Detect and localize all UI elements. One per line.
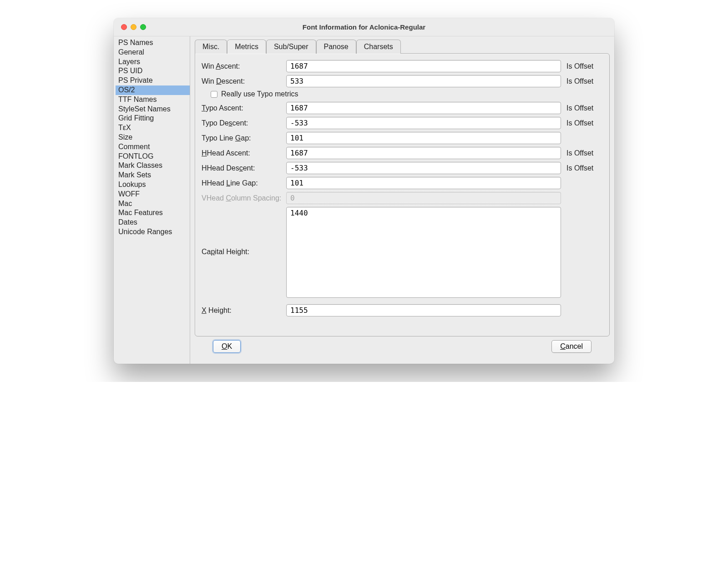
tab-charsets[interactable]: Charsets xyxy=(356,40,401,54)
is-offset-label[interactable]: Is Offset xyxy=(564,104,603,112)
sidebar-item-t-x[interactable]: TεX xyxy=(116,123,190,133)
vhead-column-spacing-label: VHead Column Spacing: xyxy=(202,194,283,202)
minimize-icon[interactable] xyxy=(131,24,136,30)
typo-descent-label: Typo Descent: xyxy=(202,119,283,127)
sidebar-item-styleset-names[interactable]: StyleSet Names xyxy=(116,105,190,114)
tab-panose[interactable]: Panose xyxy=(316,40,356,54)
dialog-footer: OK Cancel xyxy=(195,336,610,359)
sidebar-item-mac[interactable]: Mac xyxy=(116,199,190,209)
hhead-line-gap-label: HHead Line Gap: xyxy=(202,179,283,187)
capital-height-label: Capital Height: xyxy=(202,207,283,256)
sidebar-item-dates[interactable]: Dates xyxy=(116,218,190,227)
window-controls xyxy=(114,24,146,30)
ok-button[interactable]: OK xyxy=(213,340,241,353)
sidebar-item-layers[interactable]: Layers xyxy=(116,57,190,67)
close-icon[interactable] xyxy=(121,24,127,30)
checkbox-icon[interactable] xyxy=(211,91,217,98)
ok-button-text: K xyxy=(227,342,232,350)
hhead-ascent-input[interactable] xyxy=(286,147,561,159)
sidebar-item-fontlog[interactable]: FONTLOG xyxy=(116,152,190,161)
sidebar-item-mark-classes[interactable]: Mark Classes xyxy=(116,161,190,171)
sidebar-item-ps-uid[interactable]: PS UID xyxy=(116,66,190,76)
win-descent-label: Win Descent: xyxy=(202,77,283,85)
sidebar-item-comment[interactable]: Comment xyxy=(116,142,190,152)
typo-line-gap-input[interactable] xyxy=(286,132,561,144)
typo-line-gap-label: Typo Line Gap: xyxy=(202,134,283,142)
tab-metrics[interactable]: Metrics xyxy=(227,40,266,54)
sidebar-item-unicode-ranges[interactable]: Unicode Ranges xyxy=(116,227,190,237)
typo-ascent-input[interactable] xyxy=(286,102,561,114)
sidebar-item-mark-sets[interactable]: Mark Sets xyxy=(116,171,190,180)
is-offset-label[interactable]: Is Offset xyxy=(564,149,603,157)
sidebar-item-general[interactable]: General xyxy=(116,48,190,57)
sidebar-item-os-2[interactable]: OS/2 xyxy=(116,85,190,95)
cancel-button[interactable]: Cancel xyxy=(551,340,592,353)
capital-height-input[interactable] xyxy=(286,207,561,298)
window-title: Font Information for Aclonica-Regular xyxy=(114,23,614,31)
sidebar-item-lookups[interactable]: Lookups xyxy=(116,180,190,190)
sidebar-item-woff[interactable]: WOFF xyxy=(116,190,190,199)
sidebar-item-ps-private[interactable]: PS Private xyxy=(116,76,190,85)
win-descent-input[interactable] xyxy=(286,75,561,87)
really-use-typo-checkbox[interactable]: Really use Typo metrics xyxy=(211,90,603,98)
typo-descent-input[interactable] xyxy=(286,117,561,129)
sidebar-item-ps-names[interactable]: PS Names xyxy=(116,38,190,48)
really-use-typo-label: Really use Typo metrics xyxy=(221,90,298,98)
x-height-input[interactable] xyxy=(286,304,561,316)
win-ascent-input[interactable] xyxy=(286,60,561,72)
sidebar: PS NamesGeneralLayersPS UIDPS PrivateOS/… xyxy=(114,36,190,364)
main-panel: Misc.MetricsSub/SuperPanoseCharsets Win … xyxy=(190,36,614,364)
sidebar-item-size[interactable]: Size xyxy=(116,133,190,142)
tab-sub-super[interactable]: Sub/Super xyxy=(266,40,316,54)
cancel-button-text: ancel xyxy=(566,342,583,350)
is-offset-label[interactable]: Is Offset xyxy=(564,164,603,172)
zoom-icon[interactable] xyxy=(140,24,146,30)
hhead-descent-label: HHead Descent: xyxy=(202,164,283,172)
tab-bar: Misc.MetricsSub/SuperPanoseCharsets xyxy=(195,39,610,53)
sidebar-item-grid-fitting[interactable]: Grid Fitting xyxy=(116,114,190,123)
is-offset-label[interactable]: Is Offset xyxy=(564,62,603,70)
tab-misc-[interactable]: Misc. xyxy=(195,40,227,54)
vhead-column-spacing-input xyxy=(286,192,561,204)
hhead-line-gap-input[interactable] xyxy=(286,177,561,189)
sidebar-item-mac-features[interactable]: Mac Features xyxy=(116,208,190,218)
x-height-label: X Height: xyxy=(202,306,283,315)
metrics-panel: Win Ascent: Is Offset Win Descent: Is Of… xyxy=(195,53,610,336)
is-offset-label[interactable]: Is Offset xyxy=(564,119,603,127)
window: Font Information for Aclonica-Regular PS… xyxy=(114,18,614,364)
is-offset-label[interactable]: Is Offset xyxy=(564,77,603,85)
titlebar: Font Information for Aclonica-Regular xyxy=(114,18,614,36)
win-ascent-label: Win Ascent: xyxy=(202,62,283,70)
typo-ascent-label: Typo Ascent: xyxy=(202,104,283,112)
hhead-ascent-label: HHead Ascent: xyxy=(202,149,283,157)
sidebar-item-ttf-names[interactable]: TTF Names xyxy=(116,95,190,105)
hhead-descent-input[interactable] xyxy=(286,162,561,174)
